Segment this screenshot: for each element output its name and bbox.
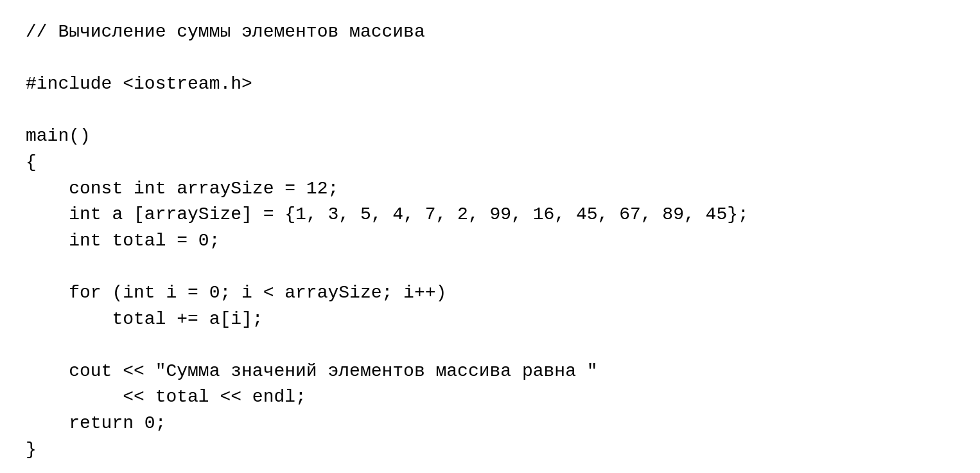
code-line-12 xyxy=(26,332,954,359)
code-line-9 xyxy=(26,254,954,280)
code-line-5: { xyxy=(26,150,954,176)
code-line-10: for (int i = 0; i < arraySize; i++) xyxy=(26,280,954,307)
code-block: // Вычисление суммы элементов массива #i… xyxy=(0,0,980,473)
code-line-13: cout << "Сумма значений элементов массив… xyxy=(26,359,954,385)
code-line-7: int a [arraySize] = {1, 3, 5, 4, 7, 2, 9… xyxy=(26,202,954,228)
code-line-4: main() xyxy=(26,123,954,150)
code-line-2: #include <iostream.h> xyxy=(26,71,954,98)
code-line-16: } xyxy=(26,437,954,463)
code-line-8: int total = 0; xyxy=(26,228,954,254)
code-line-3 xyxy=(26,98,954,124)
code-line-11: total += a[i]; xyxy=(26,307,954,333)
code-line-0: // Вычисление суммы элементов массива xyxy=(26,19,954,46)
code-line-1 xyxy=(26,46,954,72)
code-line-15: return 0; xyxy=(26,411,954,437)
code-line-6: const int arraySize = 12; xyxy=(26,176,954,202)
code-line-14: << total << endl; xyxy=(26,384,954,411)
